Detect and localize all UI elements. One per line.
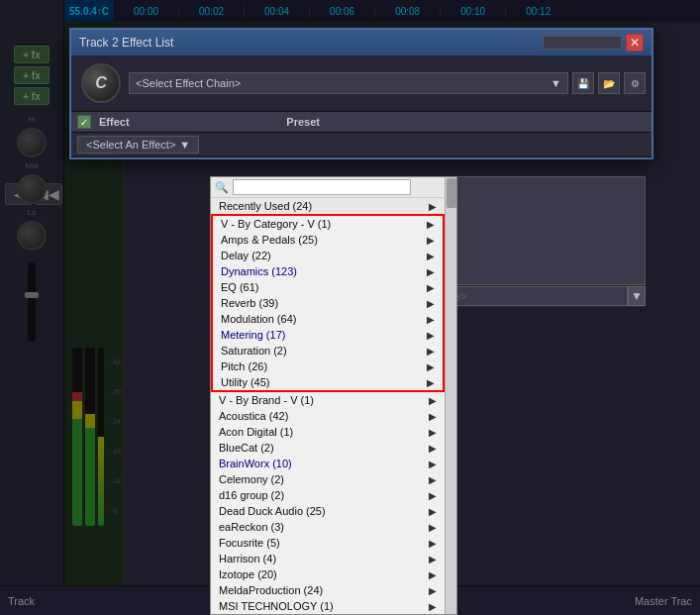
- dropdown-item-delay[interactable]: Delay (22) ▶: [213, 248, 443, 263]
- select-effect-label: <Select An Effect>: [86, 139, 175, 151]
- modal-titlebar: Track 2 Effect List ✕: [71, 30, 651, 55]
- dropdown-item-bluecat[interactable]: BlueCat (2) ▶: [211, 440, 445, 456]
- dropdown-item-eq[interactable]: EQ (61) ▶: [213, 279, 443, 295]
- chain-select-label: <Select Effect Chain>: [136, 77, 241, 89]
- arrow-icon: ▶: [429, 459, 437, 469]
- modal-toolbar: C <Select Effect Chain> ▼ 💾 📂 ⚙: [71, 55, 651, 112]
- arrow-icon: ▶: [427, 346, 435, 357]
- arrow-icon: ▶: [429, 554, 437, 564]
- modal-close-button[interactable]: ✕: [626, 34, 644, 51]
- scrollbar-thumb: [447, 178, 456, 208]
- master-track-label: Master Trac: [635, 595, 692, 607]
- arrow-icon: ▶: [427, 314, 435, 325]
- modal-search-bar[interactable]: [543, 36, 622, 50]
- dropdown-item-modulation[interactable]: Modulation (64) ▶: [213, 311, 443, 327]
- brand-section: V - By Brand - V (1) ▶ Acoustica (42) ▶ …: [211, 392, 445, 614]
- arrow-icon: ▶: [429, 522, 437, 533]
- dropdown-item-dynamics[interactable]: Dynamics (123) ▶: [213, 263, 443, 279]
- dropdown-item-harrison[interactable]: Harrison (4) ▶: [211, 551, 445, 566]
- dropdown-item-by-category[interactable]: V - By Category - V (1) ▶: [213, 216, 443, 232]
- arrow-icon: ▶: [429, 569, 437, 580]
- daw-background: 55.0.4↑C 00:00 00:02 00:04 00:06 00:08 0…: [0, 0, 700, 615]
- preset-dropdown[interactable]: <none>: [428, 286, 628, 306]
- category-section: V - By Category - V (1) ▶ Amps & Pedals …: [211, 214, 445, 392]
- dropdown-item-acon-digital[interactable]: Acon Digital (1) ▶: [211, 424, 445, 440]
- preset-dropdown-arrow[interactable]: ▼: [628, 286, 646, 306]
- modal-title: Track 2 Effect List: [79, 36, 173, 50]
- dropdown-item-amps-pedals[interactable]: Amps & Pedals (25) ▶: [213, 232, 443, 248]
- dropdown-item-by-brand[interactable]: V - By Brand - V (1) ▶: [211, 392, 445, 408]
- dropdown-item-melda[interactable]: MeldaProduction (24) ▶: [211, 582, 445, 598]
- arrow-icon: ▶: [427, 282, 435, 293]
- dropdown-item-izotope[interactable]: Izotope (20) ▶: [211, 566, 445, 582]
- dropdown-item-utility[interactable]: Utility (45) ▶: [213, 374, 443, 390]
- chain-select-arrow: ▼: [550, 77, 561, 89]
- chain-select-dropdown[interactable]: <Select Effect Chain> ▼: [129, 72, 568, 94]
- arrow-icon: ▶: [429, 411, 437, 422]
- effect-list-header: ✓ Effect Preset: [71, 112, 651, 133]
- dropdown-item-msi[interactable]: MSI TECHNOLOGY (1) ▶: [211, 598, 445, 614]
- arrow-icon: ▶: [429, 201, 437, 212]
- arrow-icon: ▶: [427, 361, 435, 372]
- dropdown-item-brainworx[interactable]: BrainWorx (10) ▶: [211, 456, 445, 471]
- dropdown-item-metering[interactable]: Metering (17) ▶: [213, 327, 443, 343]
- preset-select-row: <none> ▼: [428, 285, 646, 307]
- dropdown-item-celemony[interactable]: Celemony (2) ▶: [211, 471, 445, 487]
- arrow-icon: ▶: [429, 506, 437, 517]
- select-effect-button[interactable]: <Select An Effect> ▼: [77, 136, 199, 154]
- arrow-icon: ▶: [429, 395, 437, 406]
- dropdown-item-recently-used[interactable]: Recently Used (24) ▶: [211, 198, 445, 214]
- dropdown-search-input[interactable]: [233, 179, 411, 195]
- arrow-icon: ▶: [427, 266, 435, 277]
- dropdown-item-saturation[interactable]: Saturation (2) ▶: [213, 343, 443, 359]
- arrow-icon: ▶: [427, 330, 435, 341]
- dropdown-search-row: 🔍: [211, 177, 456, 198]
- select-effect-row: <Select An Effect> ▼: [71, 133, 651, 157]
- arrow-icon: ▶: [429, 490, 437, 501]
- arrow-icon: ▶: [427, 219, 435, 230]
- effect-dropdown-panel: 🔍 Recently Used (24) ▶ V - By Category -…: [210, 176, 457, 615]
- arrow-icon: ▶: [429, 585, 437, 596]
- arrow-icon: ▶: [427, 298, 435, 309]
- arrow-icon: ▶: [429, 601, 437, 612]
- dropdown-item-dead-duck[interactable]: Dead Duck Audio (25) ▶: [211, 503, 445, 519]
- dropdown-list: Recently Used (24) ▶ V - By Category - V…: [211, 198, 456, 614]
- load-button[interactable]: 📂: [598, 72, 620, 94]
- arrow-icon: ▶: [429, 443, 437, 454]
- arrow-icon: ▶: [427, 251, 435, 261]
- dropdown-item-eareckon[interactable]: eaReckon (3) ▶: [211, 519, 445, 535]
- arrow-icon: ▶: [429, 427, 437, 438]
- dropdown-item-acoustica[interactable]: Acoustica (42) ▶: [211, 408, 445, 424]
- plugin-logo: C: [81, 63, 121, 103]
- search-icon: 🔍: [215, 181, 229, 194]
- arrow-icon: ▶: [429, 474, 437, 485]
- arrow-icon: ▶: [427, 377, 435, 388]
- preset-area: [428, 176, 646, 285]
- dropdown-scrollbar[interactable]: [445, 177, 456, 614]
- preset-column-header: Preset: [286, 116, 646, 128]
- arrow-icon: ▶: [429, 538, 437, 549]
- dropdown-item-pitch[interactable]: Pitch (26) ▶: [213, 359, 443, 374]
- save-button[interactable]: 💾: [572, 72, 594, 94]
- dropdown-item-d16-group[interactable]: d16 group (2) ▶: [211, 487, 445, 503]
- effect-column-header: Effect: [99, 116, 278, 128]
- select-effect-arrow: ▼: [179, 139, 190, 151]
- effect-enable-checkbox[interactable]: ✓: [77, 115, 91, 129]
- dropdown-item-reverb[interactable]: Reverb (39) ▶: [213, 295, 443, 311]
- config-button[interactable]: ⚙: [624, 72, 646, 94]
- arrow-icon: ▶: [427, 235, 435, 246]
- track-label: Track: [8, 595, 35, 607]
- effect-modal: Track 2 Effect List ✕ C <Select Effect C…: [69, 28, 653, 159]
- dropdown-item-focusrite[interactable]: Focusrite (5) ▶: [211, 535, 445, 551]
